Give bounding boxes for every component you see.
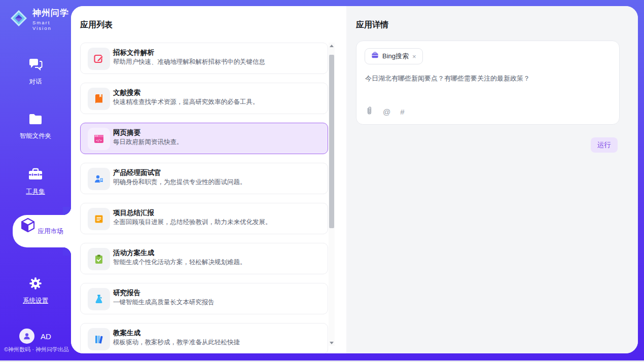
briefcase-icon bbox=[371, 52, 379, 61]
app-card-title: 网页摘要 bbox=[113, 128, 140, 137]
app-card-desc: 帮助用户快速、准确地理解和解析招标书中的关键信息 bbox=[113, 58, 265, 66]
selection-curve-bottom bbox=[63, 247, 71, 256]
hash-topic-icon[interactable]: # bbox=[400, 107, 404, 116]
tool-tag-label: Bing搜索 bbox=[382, 52, 409, 61]
app-card-list: 招标文件解析 帮助用户快速、准确地理解和解析招标书中的关键信息 文献搜索 快速精… bbox=[80, 43, 328, 353]
app-card-title: 文献搜索 bbox=[113, 88, 140, 97]
book-icon bbox=[88, 88, 110, 110]
cube-icon bbox=[20, 226, 38, 235]
app-card-tender-analysis[interactable]: 招标文件解析 帮助用户快速、准确地理解和解析招标书中的关键信息 bbox=[80, 43, 328, 74]
selection-curve-top bbox=[63, 207, 71, 215]
app-card-project-summary[interactable]: 项目总结汇报 全面回顾项目进展，总结经验教训，助力未来优化发展。 bbox=[80, 203, 328, 234]
user-initials: AD bbox=[41, 332, 51, 341]
sidebar-item-label: 工具集 bbox=[26, 188, 45, 195]
brand-logo: 神州问学 Smart Vision bbox=[9, 7, 71, 31]
app-card-pm-interviewer[interactable]: 产品经理面试官 明确身份和职责，为您提供专业性的面试问题。 bbox=[80, 163, 328, 194]
user-account[interactable]: AD bbox=[19, 329, 51, 344]
app-card-desc: 明确身份和职责，为您提供专业性的面试问题。 bbox=[113, 178, 246, 187]
app-detail-panel: 应用详情 Bing搜索 × 今日湖北有哪些新闻要点？有哪些需要关注的最新政策？ bbox=[346, 6, 638, 353]
app-card-title: 活动方案生成 bbox=[113, 248, 154, 258]
sidebar-item-chat[interactable]: 对话 bbox=[0, 57, 71, 86]
svg-text:</>: </> bbox=[96, 138, 102, 142]
browser-code-icon: </> bbox=[88, 128, 110, 150]
tool-tag-bing-search[interactable]: Bing搜索 × bbox=[365, 48, 423, 64]
interviewer-icon bbox=[88, 168, 110, 190]
app-card-desc: 全面回顾项目进展，总结经验教训，助力未来优化发展。 bbox=[113, 218, 272, 227]
app-detail-title: 应用详情 bbox=[356, 20, 388, 30]
at-mention-icon[interactable]: @ bbox=[383, 107, 390, 116]
brand-name: 神州问学 bbox=[32, 7, 71, 19]
scroll-up-icon[interactable] bbox=[329, 43, 335, 49]
sidebar: 神州问学 Smart Vision 对话 智能文件夹 bbox=[0, 0, 71, 360]
app-card-desc: 一键智能生成高质量长文本研究报告 bbox=[113, 298, 214, 307]
app-card-title: 研究报告 bbox=[113, 288, 140, 298]
edit-square-icon bbox=[88, 48, 110, 70]
app-card-lesson-plan[interactable]: 教案生成 模板驱动，教案秒成，教学准备从此轻松快捷 bbox=[80, 323, 328, 353]
app-card-research-report[interactable]: 研究报告 一键智能生成高质量长文本研究报告 bbox=[80, 283, 328, 314]
app-card-title: 项目总结汇报 bbox=[113, 208, 154, 218]
sidebar-item-label: 应用市场 bbox=[38, 228, 63, 235]
app-frame: 神州问学 Smart Vision 对话 智能文件夹 bbox=[0, 0, 644, 360]
chat-icon bbox=[0, 57, 71, 74]
brand-subtitle: Smart Vision bbox=[32, 20, 71, 31]
app-card-event-plan[interactable]: 活动方案生成 智能生成个性化活动方案，轻松解决规划难题。 bbox=[80, 243, 328, 274]
folder-icon bbox=[0, 113, 71, 128]
research-icon bbox=[88, 288, 110, 310]
paperclip-icon[interactable] bbox=[365, 106, 373, 117]
app-list-panel: 应用列表 招标文件解析 帮助用户快速、准确地理解和解析招标书中的关键信息 bbox=[71, 6, 346, 353]
sidebar-item-app-market[interactable]: 应用市场 bbox=[13, 217, 71, 236]
query-text[interactable]: 今日湖北有哪些新闻要点？有哪些需要关注的最新政策？ bbox=[365, 74, 609, 84]
query-composer[interactable]: Bing搜索 × 今日湖北有哪些新闻要点？有哪些需要关注的最新政策？ @ # bbox=[356, 41, 620, 125]
app-card-title: 产品经理面试官 bbox=[113, 168, 161, 177]
copyright-footer: ©神州数码 · 神州问学出品 bbox=[4, 346, 69, 353]
sidebar-item-smart-folder[interactable]: 智能文件夹 bbox=[0, 113, 71, 140]
sidebar-item-settings[interactable]: 系统设置 bbox=[0, 276, 71, 305]
app-card-title: 招标文件解析 bbox=[113, 48, 154, 57]
sidebar-item-label: 智能文件夹 bbox=[20, 132, 52, 139]
gear-icon bbox=[0, 276, 71, 293]
brand-diamond-icon bbox=[9, 9, 28, 30]
scrollbar-thumb[interactable] bbox=[329, 55, 334, 228]
app-card-desc: 每日政府新闻资讯快查。 bbox=[113, 138, 183, 147]
run-button[interactable]: 运行 bbox=[591, 137, 618, 153]
avatar bbox=[19, 329, 34, 344]
app-card-web-summary[interactable]: </> 网页摘要 每日政府新闻资讯快查。 bbox=[80, 123, 328, 154]
app-list-scrollbar[interactable] bbox=[329, 43, 335, 346]
content-window: 应用列表 招标文件解析 帮助用户快速、准确地理解和解析招标书中的关键信息 bbox=[71, 6, 638, 353]
books-icon bbox=[88, 328, 110, 350]
app-card-title: 教案生成 bbox=[113, 329, 140, 338]
app-list-title: 应用列表 bbox=[80, 20, 113, 30]
app-card-desc: 快速精准查找学术资源，提高研究效率的必备工具。 bbox=[113, 98, 259, 106]
app-card-literature-search[interactable]: 文献搜索 快速精准查找学术资源，提高研究效率的必备工具。 bbox=[80, 83, 328, 114]
sidebar-item-label: 系统设置 bbox=[23, 297, 48, 304]
clipboard-check-icon bbox=[88, 248, 110, 270]
report-note-icon bbox=[88, 208, 110, 230]
sidebar-item-toolset[interactable]: 工具集 bbox=[0, 167, 71, 196]
app-card-desc: 模板驱动，教案秒成，教学准备从此轻松快捷 bbox=[113, 338, 240, 347]
scroll-down-icon[interactable] bbox=[329, 340, 335, 346]
toolbox-icon bbox=[0, 167, 71, 184]
app-card-desc: 智能生成个性化活动方案，轻松解决规划难题。 bbox=[113, 258, 246, 267]
composer-toolbar: @ # bbox=[365, 106, 405, 117]
sidebar-item-label: 对话 bbox=[29, 78, 42, 85]
close-icon[interactable]: × bbox=[412, 53, 416, 60]
